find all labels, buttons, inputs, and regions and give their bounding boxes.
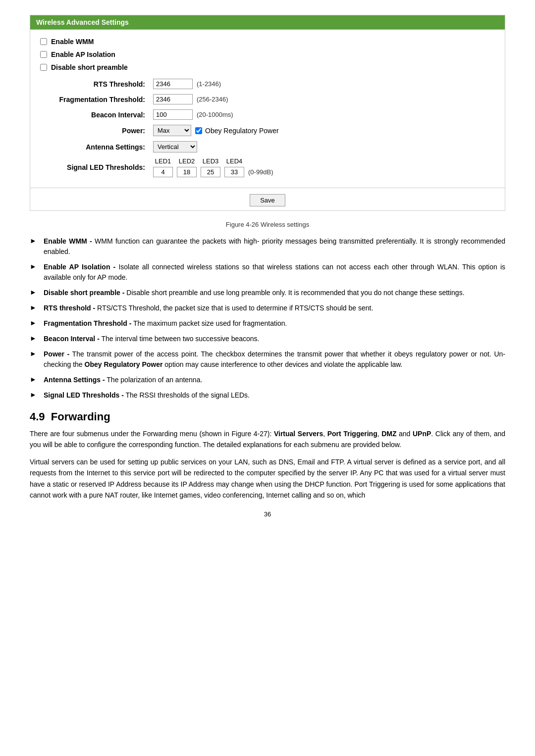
frag-threshold-input-cell: (256-2346)	[149, 92, 495, 107]
beacon-interval-input-cell: (20-1000ms)	[149, 107, 495, 122]
bullet-arrow: ►	[30, 236, 38, 245]
frag-threshold-label: Fragmentation Threshold:	[40, 92, 149, 107]
forwarding-para-2: Virtual servers can be used for setting …	[30, 456, 505, 501]
bullet-arrow: ►	[30, 262, 38, 270]
led-hint: (0-99dB)	[248, 168, 273, 176]
obey-regulatory-checkbox[interactable]	[195, 127, 202, 134]
disable-short-preamble-label: Disable short preamble	[51, 63, 128, 71]
settings-header: Wireless Advanced Settings	[30, 15, 505, 29]
bullet-list: ► Enable WMM - WMM function can guarante…	[30, 236, 505, 401]
bullet-arrow: ►	[30, 390, 38, 399]
bullet-text-power: Power - The transmit power of the access…	[44, 349, 505, 370]
antenna-settings-row: Antenna Settings: Vertical Horizontal Au…	[40, 139, 495, 155]
beacon-interval-row: Beacon Interval: (20-1000ms)	[40, 107, 495, 122]
page-number: 36	[30, 510, 505, 518]
disable-short-preamble-checkbox[interactable]	[40, 64, 47, 71]
rts-threshold-input-cell: (1-2346)	[149, 76, 495, 92]
bullet-arrow: ►	[30, 318, 38, 327]
bullet-text-frag: Fragmentation Threshold - The maximum pa…	[44, 318, 505, 329]
disable-short-preamble-row: Disable short preamble	[40, 63, 495, 71]
frag-threshold-hint: (256-2346)	[197, 96, 228, 103]
enable-wmm-row: Enable WMM	[40, 38, 495, 46]
led3-input[interactable]	[201, 167, 220, 177]
bullet-item-antenna: ► Antenna Settings - The polarization of…	[30, 375, 505, 385]
section-title: Forwarding	[51, 410, 110, 423]
bullet-item-wmm: ► Enable WMM - WMM function can guarante…	[30, 236, 505, 257]
bullet-text-ap-isolation: Enable AP Isolation - Isolate all connec…	[44, 262, 505, 283]
bullet-item-frag: ► Fragmentation Threshold - The maximum …	[30, 318, 505, 329]
antenna-settings-select[interactable]: Vertical Horizontal Auto	[153, 141, 197, 152]
rts-threshold-hint: (1-2346)	[197, 80, 221, 88]
bullet-arrow: ►	[30, 375, 38, 383]
rts-threshold-row: RTS Threshold: (1-2346)	[40, 76, 495, 92]
bullet-item-short-preamble: ► Disable short preamble - Disable short…	[30, 288, 505, 298]
signal-led-row: Signal LED Thresholds: LED1 LED2 LED3 LE…	[40, 155, 495, 180]
power-row: Power: Max High Medium Low Obey Regulato…	[40, 122, 495, 139]
enable-ap-isolation-label: Enable AP Isolation	[51, 50, 115, 58]
enable-wmm-label: Enable WMM	[51, 38, 94, 46]
settings-title: Wireless Advanced Settings	[36, 18, 129, 26]
led1-input[interactable]	[153, 167, 173, 177]
section-number: 4.9	[30, 410, 45, 423]
enable-ap-isolation-row: Enable AP Isolation	[40, 50, 495, 58]
bullet-text-led: Signal LED Thresholds - The RSSI thresho…	[44, 390, 505, 401]
signal-led-label: Signal LED Thresholds:	[40, 155, 149, 180]
forwarding-para-1: There are four submenus under the Forwar…	[30, 428, 505, 451]
save-row: Save	[30, 188, 505, 210]
bullet-arrow: ►	[30, 334, 38, 342]
led2-input[interactable]	[177, 167, 197, 177]
enable-wmm-checkbox[interactable]	[40, 38, 47, 45]
bullet-arrow: ►	[30, 303, 38, 311]
led-inputs: (0-99dB)	[153, 167, 491, 177]
beacon-interval-input[interactable]	[153, 109, 193, 120]
frag-threshold-input[interactable]	[153, 94, 193, 104]
obey-row: Obey Regulatory Power	[195, 127, 279, 135]
save-button[interactable]: Save	[250, 194, 285, 206]
bullet-text-short-preamble: Disable short preamble - Disable short p…	[44, 288, 505, 298]
led2-label: LED2	[177, 157, 197, 165]
led4-input[interactable]	[224, 167, 244, 177]
power-select[interactable]: Max High Medium Low	[153, 125, 191, 136]
settings-box: Wireless Advanced Settings Enable WMM En…	[30, 15, 505, 211]
rts-threshold-input[interactable]	[153, 79, 193, 89]
signal-led-input-cell: LED1 LED2 LED3 LED4 (0-99dB)	[149, 155, 495, 180]
led3-label: LED3	[201, 157, 220, 165]
frag-threshold-row: Fragmentation Threshold: (256-2346)	[40, 92, 495, 107]
antenna-settings-input-cell: Vertical Horizontal Auto	[149, 139, 495, 155]
bullet-item-led: ► Signal LED Thresholds - The RSSI thres…	[30, 390, 505, 401]
led4-label: LED4	[224, 157, 244, 165]
bullet-arrow: ►	[30, 349, 38, 357]
bullet-arrow: ►	[30, 288, 38, 296]
power-label: Power:	[40, 122, 149, 139]
bullet-text-beacon: Beacon Interval - The interval time betw…	[44, 334, 505, 344]
rts-threshold-label: RTS Threshold:	[40, 76, 149, 92]
bullet-item-rts: ► RTS threshold - RTS/CTS Threshold, the…	[30, 303, 505, 313]
settings-body: Enable WMM Enable AP Isolation Disable s…	[30, 29, 505, 188]
bullet-item-power: ► Power - The transmit power of the acce…	[30, 349, 505, 370]
bullet-item-beacon: ► Beacon Interval - The interval time be…	[30, 334, 505, 344]
bullet-item-ap-isolation: ► Enable AP Isolation - Isolate all conn…	[30, 262, 505, 283]
led1-label: LED1	[153, 157, 173, 165]
enable-ap-isolation-checkbox[interactable]	[40, 51, 47, 58]
antenna-settings-label: Antenna Settings:	[40, 139, 149, 155]
settings-form-table: RTS Threshold: (1-2346) Fragmentation Th…	[40, 76, 495, 180]
bullet-text-wmm: Enable WMM - WMM function can guarantee …	[44, 236, 505, 257]
bullet-text-antenna: Antenna Settings - The polarization of a…	[44, 375, 505, 385]
led-labels: LED1 LED2 LED3 LED4	[153, 157, 491, 165]
beacon-interval-hint: (20-1000ms)	[197, 111, 233, 118]
section-heading: 4.9 Forwarding	[30, 410, 505, 423]
figure-caption: Figure 4-26 Wireless settings	[30, 221, 505, 228]
power-input-cell: Max High Medium Low Obey Regulatory Powe…	[149, 122, 495, 139]
obey-regulatory-label: Obey Regulatory Power	[205, 127, 279, 135]
bullet-text-rts: RTS threshold - RTS/CTS Threshold, the p…	[44, 303, 505, 313]
beacon-interval-label: Beacon Interval:	[40, 107, 149, 122]
